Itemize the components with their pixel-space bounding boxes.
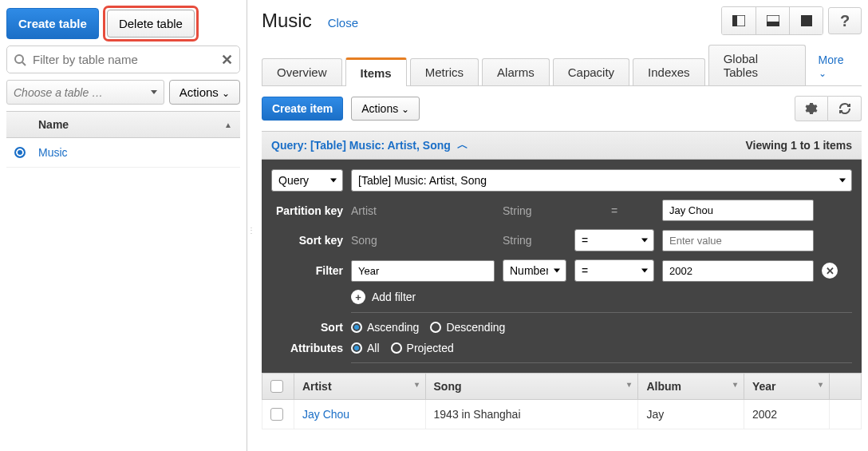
refresh-icon[interactable] bbox=[828, 96, 862, 121]
delete-table-button[interactable]: Delete table bbox=[107, 10, 195, 38]
panel-splitter[interactable] bbox=[247, 0, 254, 451]
filter-attr-input[interactable] bbox=[351, 260, 495, 282]
partition-key-op: = bbox=[574, 204, 654, 217]
tab-metrics[interactable]: Metrics bbox=[410, 58, 479, 85]
chevron-down-icon: ▾ bbox=[733, 380, 737, 389]
sidebar-actions-label: Actions bbox=[180, 85, 219, 99]
radio-selected-icon bbox=[351, 322, 362, 333]
tab-alarms[interactable]: Alarms bbox=[482, 58, 550, 85]
table-filter-wrap: ✕ bbox=[6, 45, 240, 73]
close-link[interactable]: Close bbox=[328, 16, 358, 30]
tab-items[interactable]: Items bbox=[345, 57, 407, 86]
radio-selected-icon[interactable] bbox=[14, 147, 26, 158]
help-icon: ? bbox=[840, 12, 850, 30]
chevron-down-icon: ▾ bbox=[819, 380, 823, 389]
layout-bottom-icon[interactable] bbox=[756, 7, 789, 34]
sidebar-actions-button[interactable]: Actions ⌄ bbox=[169, 80, 240, 105]
remove-filter-icon[interactable]: ✕ bbox=[822, 263, 838, 279]
select-all-checkbox[interactable] bbox=[270, 380, 283, 393]
cell-album: Jay bbox=[638, 400, 744, 429]
sort-key-value-input[interactable] bbox=[662, 230, 814, 251]
sort-key-name: Song bbox=[351, 234, 495, 247]
attributes-label: Attributes bbox=[271, 342, 343, 354]
create-table-button[interactable]: Create table bbox=[6, 8, 99, 39]
filter-type-select[interactable]: Number bbox=[503, 259, 566, 282]
chevron-down-icon bbox=[151, 90, 157, 94]
settings-icon[interactable] bbox=[795, 96, 828, 121]
layout-sidebar-icon[interactable] bbox=[722, 7, 756, 34]
tab-bar: Overview Items Metrics Alarms Capacity I… bbox=[262, 45, 862, 86]
chevron-down-icon: ⌄ bbox=[222, 88, 230, 99]
plus-icon[interactable]: + bbox=[351, 290, 365, 304]
layout-full-icon[interactable] bbox=[789, 7, 823, 34]
partition-key-label: Partition key bbox=[271, 204, 343, 217]
col-song-label: Song bbox=[434, 380, 462, 393]
query-header-bar[interactable]: Query: [Table] Music: Artist, Song ︿ Vie… bbox=[262, 131, 862, 160]
cell-song: 1943 in Shanghai bbox=[425, 400, 638, 429]
item-actions-label: Actions bbox=[361, 102, 398, 115]
attr-all-label: All bbox=[367, 342, 380, 354]
tab-indexes[interactable]: Indexes bbox=[633, 58, 705, 85]
query-target-select[interactable]: [Table] Music: Artist, Song bbox=[351, 169, 852, 192]
partition-key-name: Artist bbox=[351, 204, 495, 217]
radio-selected-icon bbox=[351, 342, 362, 354]
filter-label: Filter bbox=[271, 264, 343, 277]
filter-value-input[interactable] bbox=[662, 260, 814, 282]
chevron-down-icon: ▾ bbox=[627, 380, 631, 389]
sort-asc-label: Ascending bbox=[367, 321, 419, 334]
attr-projected-label: Projected bbox=[407, 342, 454, 354]
viewing-count: Viewing 1 to 1 items bbox=[745, 139, 852, 152]
query-builder-panel: Query [Table] Music: Artist, Song Partit… bbox=[262, 160, 862, 373]
sort-key-type: String bbox=[503, 234, 566, 247]
sort-key-label: Sort key bbox=[271, 234, 343, 247]
chevron-down-icon: ⌄ bbox=[819, 68, 827, 79]
attr-all-radio[interactable]: All bbox=[351, 342, 380, 354]
svg-point-0 bbox=[15, 55, 23, 63]
table-filter-input[interactable] bbox=[7, 46, 239, 73]
col-album[interactable]: Album▾ bbox=[638, 374, 744, 400]
sort-asc-radio[interactable]: Ascending bbox=[351, 321, 419, 334]
tab-more[interactable]: More ⌄ bbox=[809, 47, 862, 85]
col-year[interactable]: Year▾ bbox=[744, 374, 829, 400]
item-actions-button[interactable]: Actions ⌄ bbox=[351, 97, 420, 121]
col-artist-label: Artist bbox=[302, 380, 332, 393]
clear-filter-icon[interactable]: ✕ bbox=[221, 51, 233, 69]
page-title: Music bbox=[262, 10, 312, 32]
results-table: Artist▾ Song▾ Album▾ Year▾ Jay Chou 1943… bbox=[262, 373, 862, 429]
chevron-down-icon: ▾ bbox=[415, 380, 419, 389]
row-checkbox[interactable] bbox=[270, 408, 283, 421]
cell-artist[interactable]: Jay Chou bbox=[302, 408, 349, 421]
tab-global-tables[interactable]: Global Tables bbox=[708, 45, 806, 85]
col-year-label: Year bbox=[752, 380, 776, 393]
table-row[interactable]: Jay Chou 1943 in Shanghai Jay 2002 bbox=[262, 400, 862, 429]
filter-op-select[interactable]: = bbox=[574, 259, 654, 282]
col-album-label: Album bbox=[646, 380, 681, 393]
query-label-text: Query: [Table] Music: Artist, Song bbox=[271, 139, 451, 152]
tab-overview[interactable]: Overview bbox=[262, 58, 342, 85]
choose-table-label: Choose a table … bbox=[14, 86, 103, 99]
tab-capacity[interactable]: Capacity bbox=[553, 58, 629, 85]
delete-table-highlight: Delete table bbox=[105, 8, 196, 39]
attr-projected-radio[interactable]: Projected bbox=[391, 342, 454, 354]
sort-label: Sort bbox=[271, 321, 343, 334]
choose-table-dropdown[interactable]: Choose a table … bbox=[6, 80, 164, 105]
svg-rect-3 bbox=[732, 15, 737, 26]
name-header-label[interactable]: Name bbox=[38, 118, 69, 131]
radio-unselected-icon bbox=[430, 322, 441, 333]
create-item-button[interactable]: Create item bbox=[262, 97, 343, 121]
sort-key-op-select[interactable]: = bbox=[574, 229, 654, 251]
cell-year: 2002 bbox=[744, 400, 829, 429]
table-row[interactable]: Music bbox=[6, 138, 240, 168]
add-filter-link[interactable]: Add filter bbox=[372, 291, 416, 303]
help-button[interactable]: ? bbox=[828, 7, 862, 34]
query-mode-select[interactable]: Query bbox=[271, 169, 343, 192]
col-song[interactable]: Song▾ bbox=[425, 374, 638, 400]
main-panel: Music Close ? Overview Items Metrics Ala… bbox=[254, 0, 868, 451]
svg-line-1 bbox=[22, 62, 26, 65]
table-list-header: Name ▲ bbox=[6, 111, 240, 138]
table-link-music[interactable]: Music bbox=[38, 146, 68, 159]
col-artist[interactable]: Artist▾ bbox=[294, 374, 426, 400]
sort-desc-radio[interactable]: Descending bbox=[430, 321, 505, 334]
partition-key-value-input[interactable] bbox=[662, 200, 814, 221]
radio-unselected-icon bbox=[391, 342, 402, 354]
